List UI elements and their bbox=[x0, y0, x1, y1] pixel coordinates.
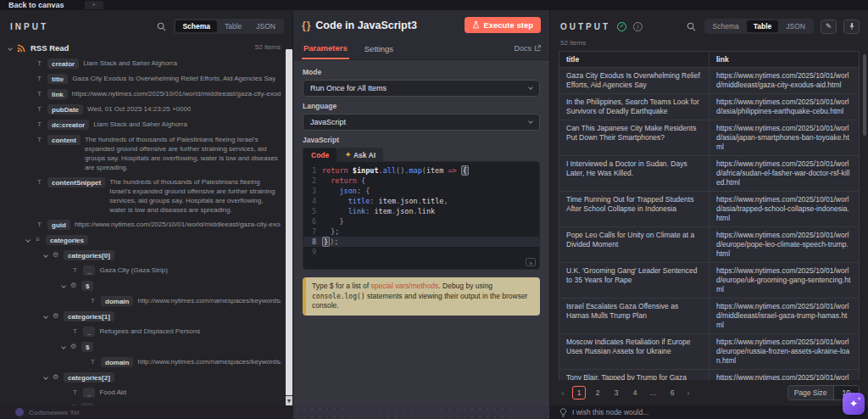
chevron-down-icon[interactable] bbox=[25, 237, 31, 243]
chevron-down-icon[interactable] bbox=[43, 253, 48, 258]
chevron-down-icon[interactable] bbox=[61, 344, 66, 349]
field-key-pill[interactable]: categories bbox=[46, 235, 88, 245]
output-scrollbar-thumb[interactable] bbox=[863, 54, 866, 136]
schema-row[interactable]: T_Refugees and Displaced Persons bbox=[0, 324, 281, 339]
canvas-node[interactable]: Codsnewws Tel bbox=[15, 408, 79, 416]
scrollbar-thumb[interactable] bbox=[286, 49, 292, 395]
schema-row[interactable]: ⚙categories[1] bbox=[0, 309, 281, 324]
field-key-pill[interactable]: contentSnippet bbox=[47, 177, 105, 187]
field-key-pill[interactable]: categories[1] bbox=[64, 311, 114, 321]
code-line[interactable]: 9 bbox=[303, 247, 539, 257]
field-key-pill[interactable]: categories[0] bbox=[64, 250, 114, 260]
field-key-pill[interactable]: _ bbox=[83, 327, 95, 337]
code-line[interactable]: 5 link: item.json.link bbox=[303, 206, 539, 216]
ai-assistant-button[interactable]: ✦✦ bbox=[843, 393, 865, 415]
tab-parameters[interactable]: Parameters bbox=[302, 40, 349, 59]
code-line[interactable]: 8}); bbox=[303, 237, 539, 247]
table-row[interactable]: Can This Japanese City Make Residents Pu… bbox=[559, 120, 860, 156]
field-key-pill[interactable]: creator bbox=[47, 59, 79, 69]
chevron-down-icon[interactable] bbox=[61, 283, 66, 288]
tab-ask-ai[interactable]: ✦Ask AI bbox=[337, 148, 383, 162]
input-mode-table[interactable]: Table bbox=[218, 20, 248, 32]
pin-data-button[interactable] bbox=[843, 20, 860, 34]
schema-row[interactable]: TcontentSnippetThe hundreds of thousands… bbox=[0, 175, 281, 217]
schema-row[interactable]: TcreatorLiam Stack and Saher Alghorra bbox=[0, 56, 281, 71]
field-key-pill[interactable]: title bbox=[47, 74, 68, 84]
schema-root-row[interactable]: RSS Read 52 items bbox=[0, 41, 281, 56]
schema-row[interactable]: TtitleGaza City Exodus Is Overwhelming R… bbox=[0, 71, 281, 87]
language-select[interactable]: JavaScript bbox=[303, 114, 540, 131]
table-row[interactable]: Time Running Out for Trapped Students Af… bbox=[559, 192, 860, 227]
search-icon[interactable] bbox=[686, 20, 698, 32]
schema-row[interactable]: Tguidhttps://www.nytimes.com/2025/10/01/… bbox=[0, 217, 281, 232]
expand-editor-icon[interactable]: ⇲ bbox=[526, 258, 536, 266]
input-mode-schema[interactable]: Schema bbox=[175, 20, 217, 32]
table-row[interactable]: Moscow Indicates Retaliation if Europe U… bbox=[559, 334, 860, 370]
page-button-1[interactable]: 1 bbox=[572, 386, 586, 399]
field-key-pill[interactable]: guid bbox=[47, 220, 70, 230]
schema-row[interactable]: TcontentThe hundreds of thousands of Pal… bbox=[0, 132, 281, 175]
input-scrollbar[interactable]: ▼ bbox=[286, 49, 292, 405]
schema-row[interactable]: Tlinkhttps://www.nytimes.com/2025/10/01/… bbox=[0, 87, 281, 102]
tab-code[interactable]: Code bbox=[303, 148, 337, 162]
edit-output-button[interactable]: ✎ bbox=[821, 20, 837, 34]
field-key-pill[interactable]: $ bbox=[81, 403, 93, 405]
schema-row[interactable]: ⚙categories[2] bbox=[0, 370, 281, 385]
input-mode-json[interactable]: JSON bbox=[249, 20, 282, 32]
code-line[interactable]: 4 title: item.json.title, bbox=[303, 196, 539, 206]
table-row[interactable]: U.K. 'Grooming Gang' Leader Sentenced to… bbox=[559, 263, 860, 299]
scrollbar-down-arrow[interactable]: ▼ bbox=[286, 396, 292, 405]
table-row[interactable]: I Interviewed a Doctor in Sudan. Days La… bbox=[559, 156, 860, 192]
chevron-down-icon[interactable] bbox=[43, 314, 48, 319]
table-row[interactable]: Tony Blair, Tapped by Trump for Gaza Pla… bbox=[559, 370, 860, 381]
new-tab-button[interactable]: + bbox=[85, 1, 103, 9]
page-button-6[interactable]: 6 bbox=[665, 386, 679, 399]
field-key-pill[interactable]: categories[2] bbox=[64, 372, 114, 383]
code-line[interactable]: 6 } bbox=[303, 216, 539, 226]
field-key-pill[interactable]: pubDate bbox=[47, 104, 83, 115]
schema-row[interactable]: TpubDateWed, 01 Oct 2025 14:23:25 +0000 bbox=[0, 102, 281, 117]
feedback-bar[interactable]: I wish this node would... bbox=[549, 405, 868, 419]
table-row[interactable]: In the Philippines, Search Teams Look fo… bbox=[559, 94, 860, 120]
schema-row[interactable]: T_Gaza City (Gaza Strip) bbox=[0, 263, 281, 278]
schema-row[interactable]: ⚙$ bbox=[0, 400, 281, 405]
field-key-pill[interactable]: _ bbox=[83, 388, 95, 398]
schema-row[interactable]: T_Food Aid bbox=[0, 385, 281, 400]
tab-settings[interactable]: Settings bbox=[363, 41, 395, 59]
code-line[interactable]: 7 }; bbox=[303, 226, 539, 237]
output-mode-table[interactable]: Table bbox=[747, 20, 779, 32]
table-row[interactable]: Israel Escalates Gaza Offensive as Hamas… bbox=[559, 299, 860, 334]
code-line[interactable]: 3 json: { bbox=[303, 186, 539, 196]
field-key-pill[interactable]: content bbox=[47, 135, 81, 145]
back-to-canvas-button[interactable]: Back to canvas bbox=[0, 1, 73, 9]
hint-link[interactable]: special vars/methods bbox=[370, 282, 438, 290]
code-editor[interactable]: 1return $input.all().map(item => {2 retu… bbox=[303, 161, 540, 270]
field-key-pill[interactable]: dc:creator bbox=[47, 120, 89, 130]
schema-row[interactable]: ⚙$ bbox=[0, 339, 281, 355]
page-button-2[interactable]: 2 bbox=[591, 386, 604, 399]
table-row[interactable]: Gaza City Exodus Is Overwhelming Relief … bbox=[559, 68, 860, 94]
execute-step-button[interactable]: Execute step bbox=[465, 17, 541, 33]
schema-row[interactable]: Tdc:creatorLiam Stack and Saher Alghorra bbox=[0, 117, 281, 132]
schema-row[interactable]: Tdomainhttp://www.nytimes.com/namespaces… bbox=[0, 355, 281, 370]
page-button-3[interactable]: 3 bbox=[609, 386, 623, 399]
schema-row[interactable]: ⚙$ bbox=[0, 278, 281, 293]
schema-row[interactable]: ≡categories bbox=[0, 232, 281, 248]
chevron-down-icon[interactable] bbox=[43, 375, 48, 380]
field-key-pill[interactable]: domain bbox=[101, 357, 133, 367]
field-key-pill[interactable]: $ bbox=[81, 281, 93, 291]
field-key-pill[interactable]: link bbox=[47, 89, 68, 99]
code-line[interactable]: 2 return { bbox=[303, 176, 539, 186]
search-icon[interactable] bbox=[155, 20, 167, 32]
field-key-pill[interactable]: _ bbox=[83, 265, 95, 276]
table-row[interactable]: Pope Leo Calls for Unity on Climate at a… bbox=[559, 227, 860, 263]
info-icon[interactable]: i bbox=[633, 22, 643, 31]
output-mode-schema[interactable]: Schema bbox=[706, 20, 746, 32]
field-key-pill[interactable]: $ bbox=[81, 342, 93, 352]
field-key-pill[interactable]: domain bbox=[101, 296, 133, 306]
chevron-down-icon[interactable] bbox=[8, 46, 13, 51]
next-page-icon[interactable]: › bbox=[684, 388, 693, 398]
output-mode-json[interactable]: JSON bbox=[779, 20, 812, 32]
mode-select[interactable]: Run Once for All Items bbox=[303, 80, 540, 97]
code-line[interactable]: 1return $input.all().map(item => { bbox=[303, 165, 539, 176]
